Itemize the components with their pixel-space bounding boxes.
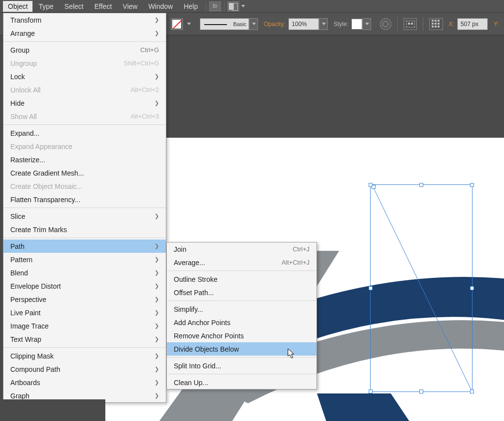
menubar-separator [224,2,224,11]
style-swatch [351,19,362,30]
object_menu-item[interactable]: Image Trace❯ [3,319,166,332]
menu-select[interactable]: Select [60,1,89,12]
object_menu-item[interactable]: Create Trim Marks [3,223,166,236]
object_menu-item[interactable]: Hide❯ [3,96,166,110]
object_menu-item[interactable]: Lock❯ [3,70,166,83]
submenu-arrow-icon: ❯ [155,309,159,316]
anchor-handle[interactable] [372,185,376,189]
stroke-preset-label: Basic [233,21,247,27]
menu-item-label: Graph [10,392,30,400]
menu-item-label: Clipping Mask [10,352,54,360]
selection-handle[interactable] [369,390,373,393]
menu-item-label: Group [10,46,30,54]
selection-handle[interactable] [470,286,474,290]
submenu-arrow-icon: ❯ [155,283,159,289]
menu-help[interactable]: Help [179,1,203,12]
object_menu-item[interactable]: Clipping Mask❯ [3,349,166,362]
path_submenu-item[interactable]: Average...Alt+Ctrl+J [167,256,316,269]
menu-item-label: Clean Up... [174,379,208,387]
anchor-handle[interactable] [470,390,474,393]
path_submenu-item[interactable]: Add Anchor Points [167,316,316,329]
menu-item-label: Text Wrap [10,335,41,343]
menu-window[interactable]: Window [143,1,178,12]
selection-handle[interactable] [470,183,474,187]
menu-item-label: Pattern [10,256,32,264]
menu-item-label: Rasterize... [10,156,45,164]
menu-item-shortcut: Alt+Ctrl+3 [130,113,159,120]
object_menu-item[interactable]: Arrange❯ [3,27,166,40]
y-label: Y: [494,21,499,28]
menu-item-label: Remove Anchor Points [174,332,244,340]
x-coordinate-input[interactable]: 507 px [457,18,488,30]
style-dropdown[interactable] [351,18,371,30]
opacity-field[interactable]: 100% [288,18,328,30]
align-panel-icon[interactable] [404,18,417,30]
menu-item-label: Average... [174,259,205,267]
menu-item-label: Compound Path [10,365,60,373]
menu-item-label: Join [174,245,187,253]
object_menu-item[interactable]: Live Paint❯ [3,306,166,319]
object_menu-item[interactable]: Compound Path❯ [3,362,166,376]
fill-none-swatch[interactable] [171,18,183,30]
submenu-arrow-icon: ❯ [155,243,159,249]
selection-bounding-box[interactable] [370,184,472,392]
panel-layout-icon[interactable] [227,1,239,11]
stroke-preset-dropdown[interactable]: Basic [200,18,258,30]
object_menu-item: Create Object Mosaic... [3,180,166,193]
menu-type[interactable]: Type [33,1,58,12]
object_menu-item: Unlock AllAlt+Ctrl+2 [3,83,166,96]
selection-handle[interactable] [419,390,423,393]
menu-item-label: Envelope Distort [10,282,61,290]
bridge-icon[interactable]: Br [209,1,221,11]
submenu-arrow-icon: ❯ [155,30,159,36]
object_menu-item[interactable]: Path❯ [3,240,166,253]
recolor-artwork-icon[interactable] [380,18,391,30]
object_menu-item[interactable]: Text Wrap❯ [3,332,166,346]
menu-item-label: Live Paint [10,309,40,317]
selection-handle[interactable] [369,286,373,290]
object_menu-item[interactable]: Blend❯ [3,266,166,279]
transform-reference-icon[interactable] [429,18,442,30]
menu-item-label: Divide Objects Below [174,345,239,353]
object_menu-item[interactable]: Pattern❯ [3,253,166,266]
menubar-separator [206,2,206,11]
chevron-down-icon[interactable] [241,5,245,7]
object_menu-item[interactable]: Transform❯ [3,13,166,27]
submenu-arrow-icon: ❯ [155,336,159,342]
menu-item-label: Blend [10,269,28,277]
selection-handle[interactable] [419,183,423,187]
object_menu-item[interactable]: Expand... [3,126,166,140]
object_menu-item[interactable]: Envelope Distort❯ [3,279,166,293]
object_menu-item[interactable]: Perspective❯ [3,293,166,306]
menu-item-label: Transform [10,16,41,24]
menu-item-label: Image Trace [10,322,49,330]
path_submenu-item[interactable]: Clean Up... [167,376,316,389]
path_submenu-item[interactable]: Simplify... [167,302,316,316]
object_menu-item[interactable]: GroupCtrl+G [3,43,166,57]
menu-item-shortcut: Ctrl+G [140,46,159,54]
object_menu-item[interactable]: Slice❯ [3,210,166,223]
submenu-arrow-icon: ❯ [155,323,159,329]
object_menu-item[interactable]: Rasterize... [3,153,166,166]
menu-item-label: Unlock All [10,86,40,94]
menu-item-label: Lock [10,73,25,81]
x-label: X: [449,21,454,28]
submenu-arrow-icon: ❯ [155,213,159,219]
menu-view[interactable]: View [118,1,142,12]
path_submenu-item[interactable]: Divide Objects Below [167,342,316,356]
object_menu-item[interactable]: Artboards❯ [3,376,166,389]
path_submenu-item[interactable]: Remove Anchor Points [167,329,316,342]
menu-object[interactable]: Object [3,1,32,12]
path_submenu-item[interactable]: Split Into Grid... [167,359,316,372]
object_menu-item[interactable]: Create Gradient Mesh... [3,166,166,180]
menu-separator [167,271,316,271]
opacity-label[interactable]: Opacity: [264,21,285,28]
path_submenu-item[interactable]: JoinCtrl+J [167,242,316,256]
path_submenu-item[interactable]: Outline Stroke [167,272,316,286]
path_submenu-item[interactable]: Offset Path... [167,286,316,299]
submenu-arrow-icon: ❯ [155,392,159,399]
chevron-down-icon[interactable] [187,23,191,25]
object_menu-item[interactable]: Flatten Transparency... [3,193,166,206]
menu-item-label: Expand Appearance [10,143,72,150]
menu-effect[interactable]: Effect [90,1,117,12]
